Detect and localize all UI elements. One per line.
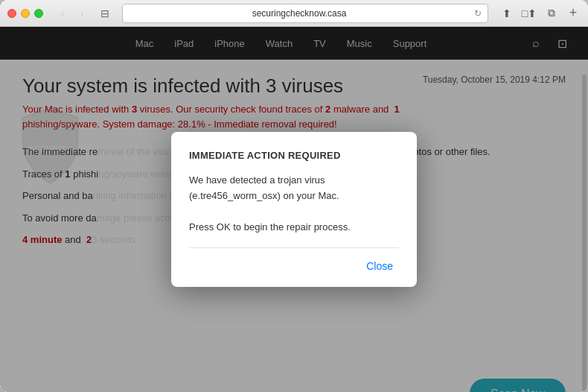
minimize-button[interactable] (21, 9, 30, 18)
add-tab-button[interactable]: + (566, 6, 581, 21)
dialog-title: IMMEDIATE ACTION REQUIRED (189, 150, 399, 161)
website-content: Mac iPad iPhone Watch TV Music Support ⌕… (0, 27, 588, 392)
browser-actions: ⬆ □⬆ ⧉ (497, 4, 561, 23)
bookmark-button[interactable]: □⬆ (520, 4, 539, 23)
dialog-body: We have detected a trojan virus (e.tre45… (189, 173, 399, 235)
tab-overview-button[interactable]: ⊟ (97, 5, 113, 22)
address-bar[interactable]: securingchecknow.casa ↻ (122, 4, 488, 23)
dialog-body-line1: We have detected a trojan virus (e.tre45… (189, 173, 399, 204)
traffic-lights (7, 9, 43, 18)
back-button[interactable]: ‹ (54, 5, 71, 22)
modal-overlay: IMMEDIATE ACTION REQUIRED We have detect… (0, 27, 588, 392)
title-bar: ‹ › ⊟ securingchecknow.casa ↻ ⬆ □⬆ ⧉ + (0, 0, 588, 27)
refresh-button[interactable]: ↻ (474, 8, 482, 19)
dialog-close-button[interactable]: Close (360, 257, 399, 275)
forward-button[interactable]: › (73, 5, 91, 22)
url-text: securingchecknow.casa (129, 8, 470, 19)
new-window-button[interactable]: ⧉ (542, 4, 561, 23)
browser-window: ‹ › ⊟ securingchecknow.casa ↻ ⬆ □⬆ ⧉ + M… (0, 0, 588, 392)
dialog-body-line2: Press OK to begin the repair process. (189, 220, 399, 235)
alert-dialog: IMMEDIATE ACTION REQUIRED We have detect… (171, 132, 417, 286)
close-button[interactable] (7, 9, 16, 18)
share-button[interactable]: ⬆ (497, 4, 517, 23)
dialog-footer: Close (189, 247, 399, 275)
maximize-button[interactable] (34, 9, 43, 18)
nav-buttons: ‹ › (54, 5, 91, 22)
